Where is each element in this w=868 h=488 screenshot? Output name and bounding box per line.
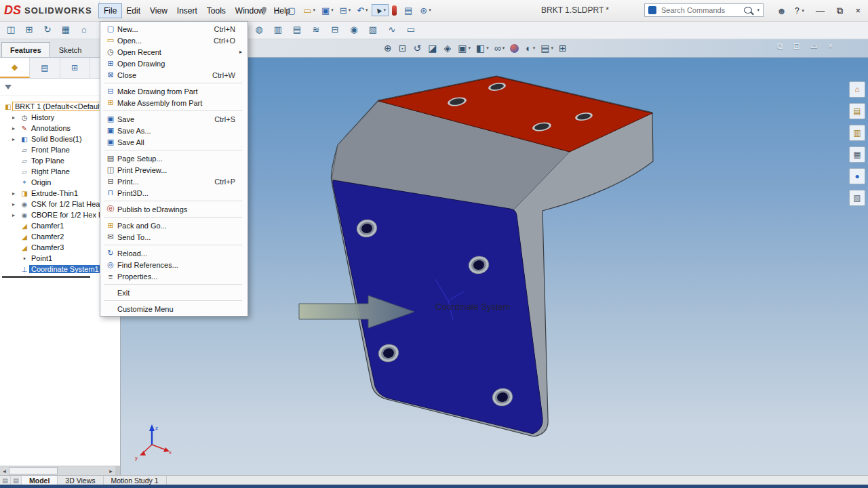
expand-arrow-icon[interactable]: ▸ (12, 136, 20, 142)
view-settings-icon[interactable]: ▤ ▾ (540, 43, 553, 53)
toolbar-icon[interactable]: ▥ (271, 22, 285, 37)
sheet-tab[interactable]: Model (22, 476, 58, 485)
minimize-doc-icon[interactable]: ▭ (810, 42, 818, 50)
zoom-fit-icon[interactable]: ⊕ (384, 43, 393, 53)
file-properties-icon[interactable]: ▤ (402, 5, 416, 16)
menubar-item[interactable]: Tools (202, 4, 231, 18)
sheet-tab[interactable]: Motion Study 1 (104, 476, 167, 485)
menubar-item[interactable]: Edit (121, 4, 145, 18)
appearances-icon[interactable]: ● (849, 168, 865, 184)
file-menu-item[interactable]: ⓔ Publish to eDrawings (100, 203, 248, 215)
search-commands-box[interactable]: ▾ (644, 3, 764, 17)
help-button[interactable]: ? ▾ (795, 6, 804, 16)
file-menu-item[interactable]: ⊞ Open Drawing (100, 58, 248, 69)
close-button[interactable]: × (852, 5, 864, 17)
home-icon[interactable]: ⌂ (273, 5, 283, 16)
full-screen-icon[interactable]: ⊞ (559, 43, 568, 53)
file-menu-item[interactable]: ↻ Reload... (100, 247, 248, 259)
home-icon[interactable]: ⌂ (849, 81, 865, 98)
toolbar-icon[interactable]: ≋ (309, 22, 323, 37)
menubar-item[interactable]: File (99, 4, 121, 18)
propertymanager-tab-icon[interactable]: ▤ (30, 58, 60, 78)
file-menu-item[interactable]: ◎ Find References... (100, 259, 248, 270)
file-menu-item[interactable]: ◫ Print Preview... (100, 164, 248, 176)
pane-splitter[interactable] (115, 466, 121, 475)
file-menu-item[interactable] (100, 243, 248, 247)
previous-view-icon[interactable]: ↺ (413, 43, 422, 53)
pane-right-icon[interactable]: ⊡ (793, 42, 800, 50)
toolbar-icon[interactable]: ↻ (40, 22, 55, 37)
toolbar-icon[interactable]: ⊞ (22, 22, 37, 37)
horizontal-scrollbar[interactable]: ◂ ▸ (0, 466, 121, 475)
scroll-left-icon[interactable]: ◂ (0, 468, 9, 474)
file-menu-item[interactable] (100, 298, 248, 303)
expand-arrow-icon[interactable]: ▸ (12, 115, 20, 121)
menubar-item[interactable]: View (145, 4, 172, 18)
print-icon[interactable]: ⊟ ▾ (338, 5, 353, 16)
expand-arrow-icon[interactable]: ▸ (12, 212, 20, 218)
toolbar-icon[interactable]: ▤ (290, 22, 304, 37)
view-palette-icon[interactable]: ▦ (849, 146, 865, 163)
command-tab[interactable]: Sketch (50, 42, 91, 57)
toolbar-icon[interactable]: ◍ (252, 22, 267, 37)
scrollbar-thumb[interactable] (9, 467, 58, 474)
file-menu-item[interactable]: ▣ Save As... (100, 125, 248, 136)
file-menu-item[interactable] (100, 81, 248, 85)
login-icon[interactable]: ☻ (776, 6, 787, 16)
toolbar-icon[interactable]: ◉ (347, 22, 361, 37)
apply-scene-icon[interactable]: ◐ ▾ (526, 43, 535, 53)
design-library-icon[interactable]: ▤ (849, 103, 865, 119)
file-menu-item[interactable]: ◷ Open Recent ▸ (100, 46, 248, 58)
display-style-icon[interactable]: ◧ ▾ (476, 43, 489, 53)
toolbar-icon[interactable]: ∿ (384, 22, 399, 37)
file-menu-item[interactable] (100, 282, 248, 287)
file-menu-item[interactable]: ▢ New... Ctrl+N (100, 23, 248, 35)
search-icon[interactable] (744, 7, 752, 14)
toolbar-icon[interactable]: ▭ (403, 22, 418, 37)
scroll-right-icon[interactable]: ▸ (106, 468, 115, 474)
restore-button[interactable]: ⧉ (833, 5, 846, 17)
save-icon[interactable]: ▣ ▾ (319, 5, 336, 16)
file-menu-item[interactable] (100, 215, 248, 220)
configurationmanager-tab-icon[interactable]: ⊞ (60, 58, 90, 78)
file-menu-item[interactable] (100, 148, 248, 152)
file-menu-item[interactable] (100, 199, 248, 203)
search-dropdown-icon[interactable]: ▾ (757, 7, 760, 13)
file-menu-item[interactable]: ⊟ Make Drawing from Part (100, 85, 248, 97)
pin-menu-icon[interactable] (262, 7, 267, 12)
file-menu-item[interactable]: ✉ Send To... (100, 231, 248, 243)
featuremanager-tab-icon[interactable]: ◆ (0, 58, 30, 78)
hide-show-items-icon[interactable]: ∞ ▾ (494, 43, 505, 53)
file-menu-item[interactable]: ≡ Properties... (100, 270, 248, 282)
drawing-view-icon[interactable]: ◈ (443, 43, 452, 53)
expand-arrow-icon[interactable]: ▸ (12, 201, 20, 207)
file-menu-item[interactable]: ⊟ Print... Ctrl+P (100, 176, 248, 187)
file-menu-item[interactable] (100, 108, 248, 113)
file-menu-item[interactable]: Customize Menu (100, 303, 248, 314)
file-menu-item[interactable]: ▭ Open... Ctrl+O (100, 35, 248, 46)
file-menu-item[interactable]: ⊞ Make Assembly from Part (100, 97, 248, 108)
toolbar-icon[interactable]: ▦ (58, 22, 73, 37)
file-menu-item[interactable]: ▣ Save Ctrl+S (100, 113, 248, 125)
file-menu-item[interactable]: ⊓ Print3D... (100, 187, 248, 199)
rollback-bar[interactable] (2, 276, 90, 278)
toolbar-icon[interactable]: ◫ (3, 22, 18, 37)
select-cursor-icon[interactable]: ▲ ▾ (372, 5, 388, 16)
open-document-icon[interactable]: ▭ ▾ (301, 5, 317, 16)
search-input[interactable] (660, 5, 741, 15)
file-menu-item[interactable]: ⊠ Close Ctrl+W (100, 69, 248, 81)
expand-arrow-icon[interactable]: ▸ (12, 190, 20, 197)
rebuild-icon[interactable] (390, 4, 400, 17)
file-menu-item[interactable]: ⊞ Pack and Go... (100, 220, 248, 231)
custom-properties-icon[interactable]: ▧ (849, 190, 865, 206)
toolbar-icon[interactable]: ▧ (366, 22, 380, 37)
file-menu-item[interactable]: ▤ Page Setup... (100, 152, 248, 164)
minimize-button[interactable]: — (812, 5, 828, 17)
pane-left-icon[interactable]: ⧉ (777, 42, 783, 50)
close-doc-icon[interactable]: × (828, 42, 833, 50)
view-orientation-icon[interactable]: ▣ ▾ (458, 43, 471, 53)
expand-arrow-icon[interactable]: ▸ (12, 125, 20, 131)
edit-appearance-icon[interactable] (510, 44, 520, 53)
new-document-icon[interactable]: ▢ (285, 5, 299, 16)
file-explorer-icon[interactable]: ▥ (849, 125, 865, 141)
